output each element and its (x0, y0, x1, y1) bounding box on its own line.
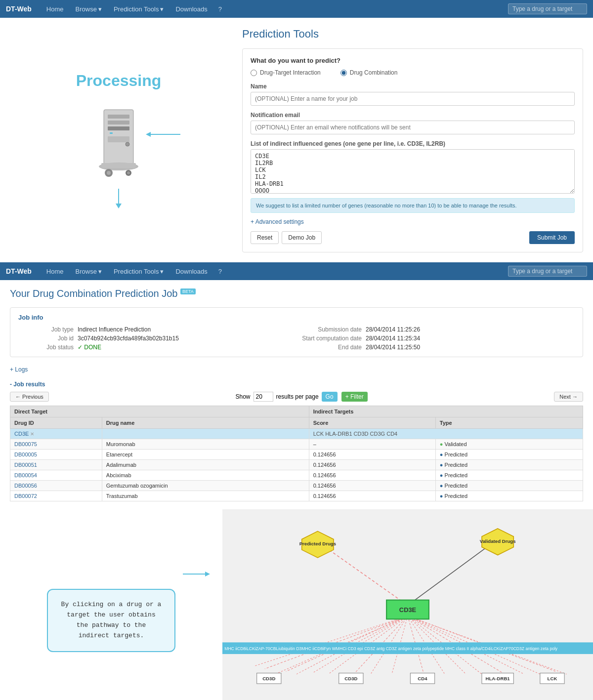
table-controls: ← Previous Show results per page Go + Fi… (10, 392, 583, 402)
reset-button[interactable]: Reset (251, 231, 279, 244)
indirect-targets-header: Indirect Targets (309, 406, 583, 417)
nav-home-2[interactable]: Home (42, 265, 69, 278)
right-arrow-icon (146, 129, 185, 139)
chevron-down-icon-2: ▾ (98, 268, 102, 275)
hint-box: We suggest to list a limited number of g… (251, 198, 575, 213)
nav-home[interactable]: Home (42, 2, 69, 16)
results-table: Direct Target Indirect Targets Drug ID D… (10, 406, 583, 501)
table-row: DB00072 Trastuzumab 0.124656 ● Predicted (10, 491, 583, 501)
beta-badge: BETA (180, 288, 196, 294)
prediction-tools-title: Prediction Tools (242, 28, 583, 41)
drug-name-cell: Trastuzumab (102, 491, 309, 501)
demo-button[interactable]: Demo Job (282, 231, 322, 244)
graph-canvas-area: Predicted Drugs Validated Drugs CD3E MHC… (222, 509, 593, 700)
drug-name-cell: Gemtuzumab ozogamicin (102, 481, 309, 491)
drug-id-link[interactable]: DB00075 (14, 441, 37, 447)
graph-callout-box: By clicking on a drug or a target the us… (47, 589, 175, 652)
processing-title: Processing (76, 72, 162, 90)
filter-button[interactable]: + Filter (341, 392, 368, 402)
svg-rect-4 (108, 126, 129, 130)
drug-id-link[interactable]: DB00051 (14, 462, 37, 468)
type-cell: ● Predicted (435, 491, 583, 501)
table-row: DB00054 Abciximab 0.124656 ● Predicted (10, 470, 583, 481)
type-cell: ● Predicted (435, 470, 583, 481)
score-col: Score (309, 417, 435, 429)
nav-downloads-2[interactable]: Downloads (170, 265, 212, 278)
svg-text:CD4: CD4 (418, 676, 427, 681)
email-input[interactable] (251, 121, 575, 134)
nav-help-icon[interactable]: ? (214, 2, 226, 16)
drug-id-link[interactable]: DB00056 (14, 483, 37, 489)
top-section: Processing (0, 18, 593, 262)
name-input[interactable] (251, 92, 575, 106)
nav-search-input[interactable] (508, 3, 587, 14)
go-button[interactable]: Go (322, 392, 338, 402)
nav-browse-2[interactable]: Browse ▾ (71, 265, 107, 278)
cd3e-node: CD3E (399, 606, 417, 614)
svg-marker-17 (205, 572, 210, 576)
svg-rect-2 (108, 115, 129, 119)
chevron-down-icon-3: ▾ (160, 268, 164, 275)
drug-id-col: Drug ID (10, 417, 102, 429)
drug-id-link[interactable]: DB00054 (14, 472, 37, 478)
score-cell: 0.124656 (309, 450, 435, 460)
score-cell: 0.124656 (309, 481, 435, 491)
right-arrow-to-graph (183, 569, 212, 579)
start-label: Start computation date (287, 335, 366, 342)
brand-logo[interactable]: DT-Web (6, 5, 32, 13)
genes-label: List of indirect influenced genes (one g… (251, 140, 575, 147)
svg-point-11 (107, 171, 111, 175)
type-cell: ● Predicted (435, 460, 583, 470)
submission-label: Submission date (287, 326, 366, 333)
filter-row: CD3E ✕ LCK HLA-DRB1 CD3D CD3G CD4 (10, 429, 583, 439)
end-label: End date (287, 344, 366, 351)
brand-logo-2[interactable]: DT-Web (6, 267, 32, 275)
advanced-settings-link[interactable]: + Advanced settings (251, 218, 304, 225)
form-question: What do you want to predict? (251, 57, 575, 64)
nav-help-icon-2[interactable]: ? (214, 265, 226, 278)
table-row: DB00075 Muromonab – ● Validated (10, 439, 583, 450)
predicted-drugs-label: Predicted Drugs (299, 541, 336, 546)
graph-section: By clicking on a drug or a target the us… (0, 509, 593, 700)
nav-prediction-tools-2[interactable]: Prediction Tools ▾ (109, 265, 169, 278)
processing-panel: Processing (0, 18, 237, 262)
job-status-label: Job status (18, 344, 78, 351)
genes-textarea[interactable]: CD3E IL2RB LCK IL2 HLA-DRB1 OOOO (251, 149, 575, 194)
prev-button[interactable]: ← Previous (10, 392, 49, 402)
nav-prediction-tools[interactable]: Prediction Tools ▾ (109, 2, 169, 16)
score-cell: 0.124656 (309, 470, 435, 481)
direct-target-header: Direct Target (10, 406, 309, 417)
type-cell: ● Validated (435, 439, 583, 450)
nav-links: Home Browse ▾ Prediction Tools ▾ Downloa… (42, 2, 226, 16)
logs-link[interactable]: + Logs (10, 366, 28, 373)
nav-downloads[interactable]: Downloads (170, 2, 212, 16)
svg-marker-15 (146, 132, 151, 137)
name-label: Name (251, 83, 575, 90)
prediction-type-group: Drug-Target Interaction Drug Combination (251, 69, 575, 76)
submit-button[interactable]: Submit Job (529, 231, 575, 244)
next-button[interactable]: Next → (554, 392, 583, 402)
svg-rect-6 (108, 136, 129, 142)
drug-name-cell: Abciximab (102, 470, 309, 481)
option-drug-target[interactable]: Drug-Target Interaction (251, 69, 321, 76)
drug-id-link[interactable]: DB00072 (14, 493, 37, 499)
nav-search-input-2[interactable] (508, 266, 587, 277)
drug-name-col: Drug name (102, 417, 309, 429)
prediction-tools-panel: Prediction Tools What do you want to pre… (237, 18, 593, 262)
job-type-val: Indirect Influence Prediction (78, 326, 287, 333)
job-info-title: Job info (18, 314, 575, 321)
filter-close-icon[interactable]: ✕ (30, 431, 34, 437)
show-input[interactable] (254, 392, 273, 402)
option-drug-combination[interactable]: Drug Combination (340, 69, 398, 76)
end-val: 28/04/2014 11:25:50 (366, 344, 575, 351)
job-type-label: Job type (18, 326, 78, 333)
drug-id-link[interactable]: DB00005 (14, 452, 37, 457)
submission-val: 28/04/2014 11:25:26 (366, 326, 575, 333)
server-icon (94, 105, 143, 179)
results-title: Your Drug Combination Prediction Job BET… (10, 288, 583, 299)
second-navbar: DT-Web Home Browse ▾ Prediction Tools ▾ … (0, 262, 593, 280)
job-results-link[interactable]: - Job results (10, 381, 45, 388)
nav-browse[interactable]: Browse ▾ (71, 2, 107, 16)
filter-gene[interactable]: CD3E (14, 431, 29, 437)
svg-text:LCK: LCK (548, 676, 557, 681)
